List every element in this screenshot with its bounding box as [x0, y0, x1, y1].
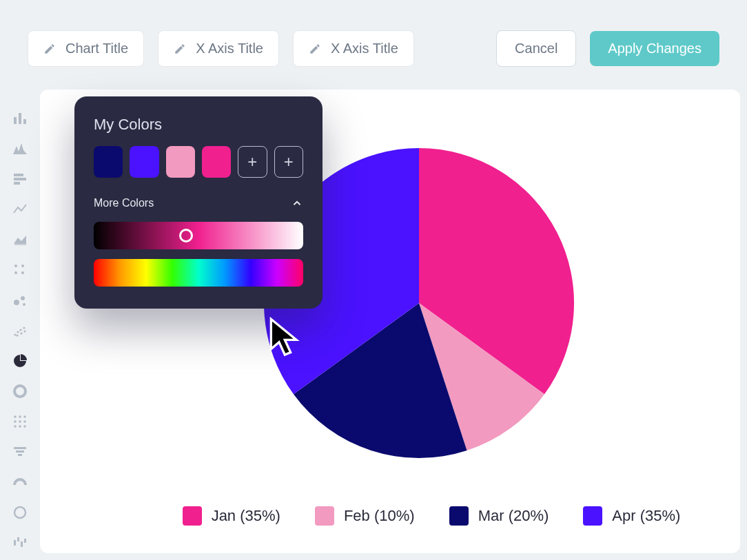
svg-point-26 [23, 420, 26, 423]
legend-swatch [315, 506, 334, 526]
svg-point-18 [23, 326, 25, 329]
x-axis-title-input-2[interactable]: X Axis Title [293, 30, 414, 67]
svg-point-17 [20, 332, 22, 334]
scatter-sparse-icon[interactable] [12, 262, 28, 278]
pencil-icon [43, 43, 56, 55]
svg-rect-36 [21, 541, 23, 547]
legend-item-0[interactable]: Jan (35%) [183, 506, 280, 526]
legend-label: Mar (20%) [478, 507, 549, 525]
svg-point-10 [14, 300, 19, 305]
cancel-button[interactable]: Cancel [496, 30, 576, 67]
svg-point-13 [14, 333, 16, 335]
svg-point-7 [21, 265, 24, 267]
scatter-dense-icon[interactable] [12, 322, 28, 339]
color-swatch-2[interactable] [166, 146, 195, 178]
more-colors-toggle[interactable]: More Colors [94, 197, 303, 209]
chart-title-text: Chart Title [65, 41, 128, 56]
pencil-icon [174, 43, 186, 55]
svg-point-15 [16, 334, 18, 336]
horizontal-bar-icon[interactable] [12, 171, 28, 187]
legend-item-3[interactable]: Apr (35%) [583, 506, 680, 526]
legend-item-2[interactable]: Mar (20%) [449, 506, 549, 526]
svg-point-12 [23, 303, 25, 306]
chart-legend: Jan (35%)Feb (10%)Mar (20%)Apr (35%) [123, 506, 740, 526]
svg-rect-1 [19, 113, 21, 124]
donut-chart-icon[interactable] [12, 383, 28, 400]
bar-chart-icon[interactable] [12, 110, 28, 127]
add-color-button[interactable]: + [274, 146, 303, 178]
svg-point-22 [19, 415, 21, 418]
top-toolbar: Chart Title X Axis Title X Axis Title Ca… [0, 0, 747, 87]
legend-swatch [449, 506, 469, 526]
pie-chart-icon[interactable] [12, 353, 28, 369]
chevron-up-icon [291, 197, 303, 209]
svg-rect-30 [14, 447, 26, 449]
chart-type-rail [0, 103, 40, 551]
svg-rect-0 [14, 117, 17, 124]
svg-point-28 [19, 425, 21, 428]
my-colors-heading: My Colors [94, 116, 303, 134]
svg-point-20 [14, 386, 25, 397]
area-spikes-icon[interactable] [12, 141, 28, 157]
hue-slider[interactable] [94, 259, 303, 287]
color-swatch-3[interactable] [202, 146, 231, 178]
svg-rect-31 [16, 450, 24, 453]
svg-rect-3 [14, 174, 23, 176]
color-picker-popover: My Colors ++ More Colors [74, 96, 323, 309]
svg-point-21 [14, 415, 17, 418]
waterfall-icon[interactable] [12, 535, 28, 551]
svg-rect-37 [24, 539, 26, 543]
legend-label: Apr (35%) [612, 507, 680, 525]
add-color-button[interactable]: + [238, 146, 267, 178]
svg-point-16 [19, 329, 21, 331]
shade-slider[interactable] [94, 222, 303, 249]
legend-label: Jan (35%) [212, 507, 280, 525]
line-chart-icon[interactable] [12, 201, 28, 218]
ring-icon[interactable] [12, 504, 28, 521]
svg-point-23 [23, 415, 26, 418]
svg-point-29 [23, 425, 26, 428]
svg-point-6 [14, 265, 17, 267]
svg-point-19 [23, 330, 25, 332]
gauge-icon[interactable] [12, 474, 28, 490]
color-swatch-0[interactable] [94, 146, 123, 178]
x-axis-title-input-1[interactable]: X Axis Title [158, 30, 279, 67]
legend-label: Feb (10%) [344, 507, 415, 525]
svg-rect-34 [14, 540, 16, 546]
svg-point-8 [14, 271, 17, 274]
svg-point-27 [14, 425, 17, 428]
svg-point-14 [17, 331, 19, 333]
area-chart-icon[interactable] [12, 231, 28, 248]
bubble-chart-icon[interactable] [12, 292, 28, 309]
svg-rect-32 [18, 454, 22, 456]
legend-swatch [183, 506, 202, 526]
legend-swatch [583, 506, 602, 526]
svg-point-24 [14, 420, 17, 423]
svg-rect-4 [14, 178, 26, 180]
more-colors-label: More Colors [94, 197, 154, 209]
apply-changes-button[interactable]: Apply Changes [590, 31, 719, 66]
my-colors-swatches: ++ [94, 146, 303, 178]
svg-point-11 [21, 296, 25, 300]
shade-slider-thumb[interactable] [179, 229, 193, 242]
x-axis-title-2-text: X Axis Title [331, 41, 398, 56]
svg-rect-35 [17, 537, 19, 541]
svg-rect-5 [14, 182, 20, 185]
svg-point-25 [19, 420, 21, 423]
grid-dots-icon[interactable] [12, 413, 28, 430]
svg-rect-2 [23, 119, 26, 124]
x-axis-title-1-text: X Axis Title [196, 41, 263, 56]
chart-title-input[interactable]: Chart Title [28, 30, 144, 67]
funnel-icon[interactable] [12, 444, 28, 460]
color-swatch-1[interactable] [130, 146, 158, 178]
legend-item-1[interactable]: Feb (10%) [315, 506, 415, 526]
svg-point-33 [14, 507, 25, 518]
pencil-icon [309, 43, 321, 55]
svg-point-9 [21, 271, 24, 274]
